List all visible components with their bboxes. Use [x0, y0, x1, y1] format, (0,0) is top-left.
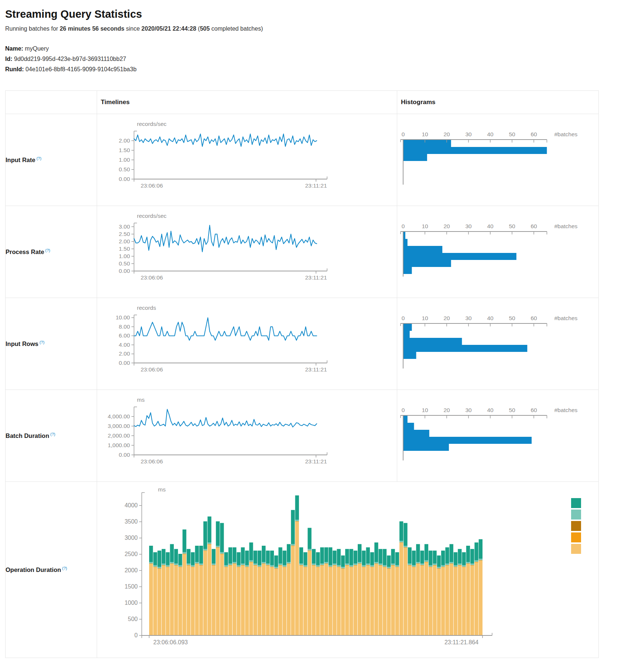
axis-tick-label: 10 — [422, 131, 428, 137]
histogram-bar — [403, 423, 414, 430]
stacked-bar-segment — [195, 563, 199, 564]
stacked-bar-segment — [258, 551, 261, 565]
process-rate-help-icon[interactable]: (?) — [45, 248, 50, 253]
stacked-bar-segment — [437, 569, 441, 635]
stacked-bar-segment — [308, 551, 311, 551]
stacked-bar-segment — [387, 569, 391, 569]
stacked-bar-segment — [162, 565, 165, 566]
stacked-bar-segment — [316, 567, 320, 635]
stacked-bar-segment — [320, 547, 324, 563]
stacked-bar-segment — [308, 549, 311, 551]
summary-text: completed batches) — [210, 25, 263, 32]
process-rate-histogram-cell: 0102030405060#batches — [397, 206, 599, 298]
stacked-bar-segment — [245, 567, 249, 635]
stacked-bar-segment — [291, 544, 295, 546]
histogram-bar — [403, 267, 412, 274]
stacked-bar-segment — [303, 567, 307, 567]
stacked-bar-segment — [224, 552, 228, 565]
stacked-bar-segment — [224, 567, 228, 567]
stacked-bar-segment — [429, 551, 432, 565]
stacked-bar-segment — [187, 563, 190, 565]
summary-text: since — [124, 25, 141, 32]
stacked-bar-segment — [295, 496, 299, 520]
stacked-bar-segment — [270, 567, 274, 567]
stacked-bar-segment — [162, 566, 165, 635]
stacked-bar-segment — [425, 562, 428, 562]
operation-duration-help-icon[interactable]: (?) — [62, 566, 67, 570]
axis-tick-label: 10.00 — [116, 314, 130, 320]
x-start-label: 23:06:06 — [141, 274, 163, 281]
stacked-bar-segment — [237, 552, 240, 565]
stacked-bar-segment — [349, 549, 353, 565]
axis-tick-label: 2000 — [124, 567, 138, 573]
legend-swatch[interactable] — [571, 510, 581, 520]
batch-duration-help-icon[interactable]: (?) — [50, 432, 55, 436]
axis-tick-label: 0.00 — [119, 268, 130, 274]
stacked-bar-segment — [470, 565, 474, 566]
axis-tick-label: 30 — [465, 315, 472, 321]
stacked-bar-segment — [412, 551, 416, 565]
stacked-bar-segment — [366, 565, 370, 566]
operation-duration-chart-cell: ms0500100015002000250030003500400023:06:… — [97, 482, 599, 658]
stacked-bar-segment — [212, 549, 216, 564]
stacked-bar-segment — [245, 567, 249, 567]
x-start-label: 23:06:06.093 — [153, 639, 188, 645]
stacked-bar-segment — [433, 563, 436, 565]
histogram-bar — [403, 352, 416, 359]
input-rate-help-icon[interactable]: (?) — [37, 156, 41, 161]
stacked-bar-segment — [445, 565, 449, 566]
stacked-bar-segment — [362, 551, 365, 565]
histogram-svg: 0102030405060#batches — [397, 221, 594, 281]
x-end-label: 23:11:21 — [305, 366, 327, 373]
stacked-bar-segment — [295, 521, 299, 522]
stacked-bar-segment — [474, 562, 478, 562]
stacked-bar-segment — [220, 552, 224, 554]
stacked-bar-segment — [366, 563, 370, 565]
stacked-bar-segment — [345, 563, 349, 565]
stacked-bar-segment — [254, 565, 257, 566]
stacked-bar-segment — [329, 565, 332, 567]
stacked-bar-segment — [254, 566, 257, 635]
stacked-bar-segment — [383, 567, 387, 635]
legend-swatch[interactable] — [571, 544, 581, 554]
stacked-bar-segment — [470, 549, 474, 564]
stacked-bar-segment — [466, 564, 470, 636]
axis-tick-label: 60 — [530, 407, 537, 413]
histogram-bar — [403, 437, 532, 444]
stacked-bar-segment — [270, 551, 274, 565]
axis-tick-label: 2500 — [124, 551, 138, 557]
stacked-bar-segment — [370, 552, 374, 565]
histogram-bar — [403, 246, 442, 253]
histogram-bar — [403, 147, 547, 154]
unit-label: records — [137, 305, 156, 311]
stacked-bar-segment — [433, 551, 436, 563]
axis-tick-label: 0 — [402, 315, 405, 321]
stacked-bar-segment — [420, 565, 424, 566]
stacked-bar-segment — [450, 563, 453, 564]
legend-swatch[interactable] — [571, 498, 581, 508]
stacked-bar-segment — [295, 521, 299, 522]
axis-tick-label: 20 — [443, 315, 450, 321]
stacked-bar-segment — [445, 566, 449, 635]
histogram-bar — [403, 140, 451, 147]
stacked-bar-segment — [370, 567, 374, 567]
input-rows-help-icon[interactable]: (?) — [40, 340, 44, 344]
stacked-bar-segment — [399, 543, 403, 635]
timeline-series-line — [134, 134, 317, 147]
legend-swatch[interactable] — [571, 532, 581, 542]
stacked-bar-segment — [245, 551, 249, 565]
axis-tick-label: 0.50 — [119, 166, 130, 172]
stacked-bar-segment — [262, 562, 265, 563]
stacked-bar-segment — [395, 567, 399, 567]
stacked-bar-segment — [207, 544, 211, 545]
stacked-bar-segment — [195, 562, 199, 563]
stacked-bar-segment — [283, 565, 286, 567]
axis-tick-label: 4000 — [124, 502, 138, 508]
stacked-bar-segment — [233, 562, 236, 563]
stacked-bar-segment — [245, 565, 249, 567]
histogram-bar — [403, 260, 451, 267]
stacked-bar-segment — [299, 566, 303, 635]
legend-swatch[interactable] — [571, 521, 581, 531]
stacked-bar-segment — [374, 562, 378, 563]
streaming-query-statistics-page: Streaming Query Statistics Running batch… — [0, 0, 625, 658]
